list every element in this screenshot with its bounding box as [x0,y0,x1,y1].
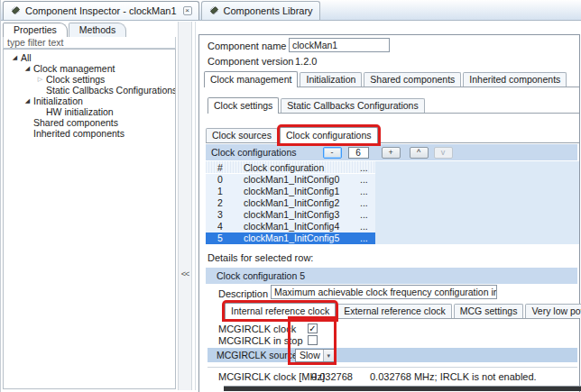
table-row[interactable]: 2clockMan1_InitConfig2... [206,197,579,209]
remove-config-button[interactable]: - [323,147,342,159]
component-version-label: Component version [208,56,293,67]
clock-configurations-table: # Clock configuration ... 0clockMan1_Ini… [206,161,579,244]
description-label: Description [218,288,268,299]
clock-configuration-5-bar: Clock configuration 5 [206,268,577,284]
inspector-panel: Component name clockMan1 Component versi… [198,34,580,392]
tab-components-library[interactable]: Components Library [201,1,320,20]
more-button[interactable]: ... [355,209,375,221]
config-count-field[interactable]: 6 [348,147,369,159]
close-icon[interactable]: × [183,6,192,15]
tab-clock-management[interactable]: Clock management [204,71,298,87]
tab-mcg-settings[interactable]: MCG settings [454,304,524,318]
tab-label: Components Library [224,5,313,16]
expanded-arrow-icon[interactable]: ◢ [22,63,33,74]
clock-tab-row: Clock sources Clock configurations [206,127,579,143]
expanded-arrow-icon[interactable]: ◢ [22,96,33,106]
panel-divider-line [195,22,196,390]
tab-methods[interactable]: Methods [69,23,126,37]
tree-item-hw-initialization[interactable]: HW initialization [4,106,175,117]
tree-item-clock-management[interactable]: ◢Clock management [4,63,175,74]
component-version-value: 1.2.0 [295,56,317,67]
more-button[interactable]: ... [355,221,375,232]
mcgirclk-readout-row: MCGIRCLK clock [MHz] 0.032768 0.032768 M… [199,371,579,384]
add-config-button[interactable]: + [382,147,401,159]
tab-shared-components[interactable]: Shared components [364,72,461,87]
component-name-label: Component name [208,41,286,51]
move-up-button[interactable]: ^ [410,147,429,159]
description-input[interactable]: Maximum achievable clock frequency confi… [271,285,497,299]
more-button[interactable]: ... [355,232,375,244]
details-section-title: Clock configuration 5 [217,268,305,284]
separator [208,367,577,368]
more-button[interactable]: ... [355,174,375,186]
editor-tabbar: Component Inspector - clockMan1 × Compon… [1,0,581,21]
table-header: # Clock configuration ... [206,161,579,174]
tree-item-initialization[interactable]: ◢Initialization [4,96,175,106]
collapse-panel-button[interactable]: << [180,267,190,281]
tab-initialization[interactable]: Initialization [300,72,362,87]
component-inspector-window: Component Inspector - clockMan1 × Compon… [0,0,581,392]
table-row[interactable]: 0clockMan1_InitConfig0... [206,174,579,186]
section-title: Clock configurations [211,144,297,160]
tree-item-inherited-components[interactable]: Inherited components [4,128,175,139]
tab-external-reference-clock[interactable]: External reference clock [337,304,452,318]
tab-inherited-components[interactable]: Inherited components [463,72,567,87]
table-row[interactable]: 3clockMan1_InitConfig3... [206,209,579,221]
settings-tab-row: Clock settings Static Callbacks Configur… [208,97,579,114]
window-bottom-edge [224,386,581,391]
properties-tree: ◢All ◢Clock management ▷Clock settings S… [3,49,176,389]
tab-static-callbacks-configurations[interactable]: Static Callbacks Configurations [281,98,424,113]
table-row-selected[interactable]: 5clockMan1_InitConfig5... [206,232,579,244]
panel-splitter[interactable]: << [178,22,192,390]
tab-clock-settings[interactable]: Clock settings [208,97,279,114]
col-clock-configuration: Clock configuration [242,161,355,174]
tab-label: Component Inspector - clockMan1 [25,5,177,16]
table-row[interactable]: 1clockMan1_InitConfig1... [206,186,579,197]
tab-component-inspector[interactable]: Component Inspector - clockMan1 × [3,1,199,20]
properties-methods-tabs: Properties Methods [3,22,126,37]
col-more: ... [355,161,375,174]
component-chip-icon [10,5,22,18]
more-button[interactable]: ... [355,186,375,197]
annotation-red-box [288,316,337,365]
expanded-arrow-icon[interactable]: ◢ [9,52,21,63]
tree-item-shared-components[interactable]: Shared components [4,117,175,128]
mcgirclk-source-row: MCGIRCLK source Slow ▾ [208,348,577,362]
move-down-button[interactable]: v [434,147,453,159]
clock-configurations-section-bar: Clock configurations - 6 + ^ v [206,144,577,160]
mcgirclk-source-label: MCGIRCLK source [217,350,295,360]
component-chip-icon [208,5,220,18]
reference-clock-tab-row: Internal reference clock External refere… [225,303,579,319]
tab-clock-configurations[interactable]: Clock configurations [280,127,378,143]
mcgirclk-mhz-label: MCGIRCLK clock [MHz] [218,371,325,382]
tree-item-clock-settings[interactable]: ▷Clock settings [4,74,175,85]
header-filler [375,161,579,174]
tab-clock-sources[interactable]: Clock sources [206,128,278,142]
main-tab-row: Clock management Initialization Shared c… [204,71,579,87]
tree-item-static-callbacks[interactable]: Static Callbacks Configurations [4,85,175,96]
details-caption: Details for selected row: [208,252,313,263]
tree-item-all[interactable]: ◢All [4,52,175,63]
col-index: # [206,161,242,174]
tab-very-low-power-mode[interactable]: Very low power mode [525,304,581,318]
more-button[interactable]: ... [355,197,375,209]
tab-properties[interactable]: Properties [3,23,68,37]
mcgirclk-mhz-value: 0.032768 [311,371,353,382]
collapsed-arrow-icon[interactable]: ▷ [34,74,46,85]
filter-input[interactable] [3,37,176,49]
component-name-input[interactable]: clockMan1 [289,38,390,52]
table-row[interactable]: 4clockMan1_InitConfig4... [206,221,579,232]
mcgirclk-mhz-comment: 0.032768 MHz; IRCLK is not enabled. [370,371,537,382]
properties-panel: Properties Methods ◢All ◢Clock managemen… [3,22,176,390]
